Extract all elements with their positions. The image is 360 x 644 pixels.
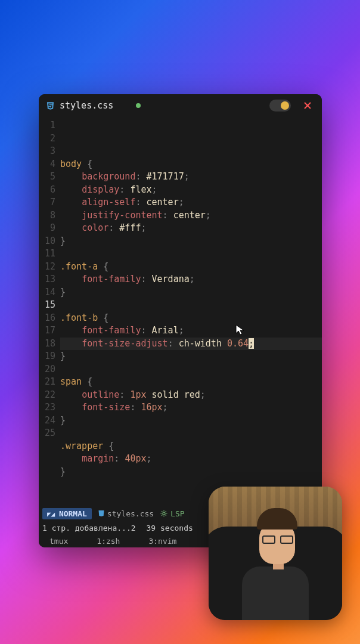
close-button[interactable] (300, 98, 315, 113)
css-file-icon (46, 101, 55, 110)
code-line[interactable]: justify-content: center; (60, 209, 322, 222)
code-line[interactable]: font-family: Verdana; (60, 273, 322, 286)
code-line[interactable]: } (60, 286, 322, 299)
filename: styles.css (60, 100, 113, 111)
titlebar: styles.css (39, 94, 322, 117)
editor-window: styles.css 12345678910111213141516171819… (39, 94, 322, 547)
code-line[interactable]: body { (60, 158, 322, 171)
code-line[interactable]: .font-b { (60, 312, 322, 325)
tmux-window-2[interactable]: 3:nvim (148, 537, 176, 546)
svg-point-0 (163, 512, 165, 515)
lsp-status: LSP (160, 509, 184, 518)
code-line[interactable]: } (60, 350, 322, 363)
code-line[interactable]: display: flex; (60, 184, 322, 197)
line-number-gutter: 1234567891011121314151617181920212223242… (39, 119, 60, 506)
code-line[interactable]: font-family: Arial; (60, 324, 322, 338)
code-content[interactable]: body { background: #171717; display: fle… (60, 119, 322, 506)
tmux-window-1[interactable]: 1:zsh (97, 537, 120, 546)
code-line[interactable]: .font-a { (60, 261, 322, 274)
vim-mode-badge: ◤◢ NORMAL (42, 508, 92, 519)
code-line[interactable]: font-size-adjust: ch-width 0.64; (60, 338, 322, 351)
code-line[interactable]: font-size: 16px; (60, 401, 322, 414)
code-line[interactable]: color: #fff; (60, 222, 322, 235)
theme-toggle[interactable] (269, 100, 291, 112)
code-line[interactable]: outline: 1px solid red; (60, 389, 322, 402)
modified-indicator-icon (136, 103, 141, 108)
code-line[interactable]: span { (60, 376, 322, 389)
code-line[interactable] (60, 299, 322, 312)
code-line[interactable]: margin: 40px; (60, 453, 322, 466)
message-text-1: 1 стр. добавлена...2 (42, 524, 136, 532)
message-text-2: 39 seconds (147, 524, 193, 532)
code-line[interactable]: align-self: center; (60, 196, 322, 209)
webcam-overlay (209, 487, 342, 620)
code-line[interactable] (60, 427, 322, 440)
code-line[interactable]: } (60, 414, 322, 428)
tmux-session[interactable]: tmux (49, 537, 68, 546)
status-file: styles.css (98, 509, 154, 518)
code-line[interactable]: } (60, 235, 322, 248)
code-line[interactable] (60, 247, 322, 261)
code-line[interactable] (60, 363, 322, 376)
code-line[interactable]: .wrapper { (60, 440, 322, 453)
code-line[interactable]: } (60, 466, 322, 479)
code-line[interactable]: background: #171717; (60, 171, 322, 184)
code-area[interactable]: 1234567891011121314151617181920212223242… (39, 117, 322, 506)
